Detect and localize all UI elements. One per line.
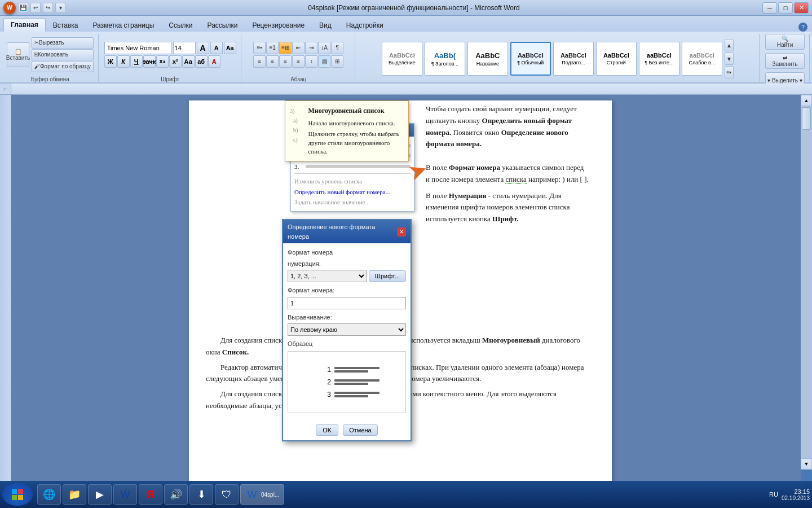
underline-btn[interactable]: Ч — [130, 55, 143, 68]
vertical-scrollbar: ▲ ▼ — [801, 95, 812, 470]
font-group: A A Aa Ж К Ч зачк x₂ x² Аа аб А — [100, 34, 241, 84]
scroll-up-btn[interactable]: ▲ — [801, 95, 812, 106]
numbering-select[interactable]: 1, 2, 3, ... — [288, 270, 367, 282]
taskbar-volume-btn[interactable]: 🔊 — [164, 484, 188, 505]
increase-indent-btn[interactable]: ⇥ — [305, 42, 317, 54]
clear-format-btn[interactable]: Аа — [182, 55, 195, 68]
line-spacing-btn[interactable]: ↕ — [305, 55, 317, 68]
taskbar-security-btn[interactable]: 🛡 — [215, 484, 239, 505]
taskbar-media-btn[interactable]: ▶ — [88, 484, 112, 505]
help-button[interactable]: ? — [798, 23, 807, 32]
preview-row-1: 1 — [314, 365, 379, 375]
justify-btn[interactable]: ≡ — [292, 55, 304, 68]
taskbar-ie-btn[interactable]: 🌐 — [37, 484, 61, 505]
change-case-btn[interactable]: Aa — [224, 42, 236, 54]
font-button[interactable]: Шрифт... — [369, 270, 406, 282]
format-link-set-start[interactable]: Задать начальное значение... — [294, 197, 411, 208]
office-orb-small[interactable]: W — [3, 2, 16, 14]
style-label-title: Название — [476, 61, 499, 67]
font-color-btn[interactable]: А — [208, 55, 220, 68]
numbering-btn[interactable]: ≡1 — [266, 42, 279, 54]
font-size-input[interactable] — [173, 42, 196, 54]
shading-btn[interactable]: ▤ — [318, 55, 330, 68]
bold-btn[interactable]: Ж — [104, 55, 117, 68]
maximize-button[interactable]: □ — [778, 2, 793, 14]
style-card-selection[interactable]: AaBbCcI Выделение — [382, 42, 422, 76]
dialog-body: Формат номера нумерация: 1, 2, 3, ... Шр… — [283, 243, 411, 422]
tab-review[interactable]: Рецензирование — [245, 19, 312, 32]
styles-down-btn[interactable]: ▼ — [725, 52, 734, 65]
copy-button[interactable]: ⎘ Копировать — [32, 49, 94, 60]
tab-mailings[interactable]: Рассылки — [200, 19, 245, 32]
replace-button[interactable]: ⇄ Заменить — [765, 53, 805, 69]
format-num-3: 3. — [294, 162, 306, 172]
dialog-close-button[interactable]: ✕ — [397, 227, 406, 237]
style-card-noformat[interactable]: aaBbCcI ¶ Без инте... — [639, 42, 679, 76]
style-card-strong[interactable]: AaBbCcI Строгий — [596, 42, 637, 76]
grow-font-btn[interactable]: A — [197, 42, 209, 54]
tab-addins[interactable]: Надстройки — [339, 19, 391, 32]
start-button[interactable] — [2, 483, 33, 506]
style-card-subtitle[interactable]: AaBbCcI Подзаго... — [553, 42, 594, 76]
paste-button[interactable]: 📋 Вставить — [7, 42, 29, 67]
dialog-preview: 1 2 — [288, 351, 406, 413]
numbering-row: 1, 2, 3, ... Шрифт... — [288, 270, 406, 282]
styles-up-btn[interactable]: ▲ — [725, 39, 734, 51]
align-left-btn[interactable]: ≡ — [253, 55, 266, 68]
titlebar: W 💾 ↩ ↪ ▾ 04spisok [Режим ограниченной ф… — [0, 0, 812, 16]
taskbar-yandex-btn[interactable]: Я — [139, 484, 162, 505]
find-button[interactable]: 🔍 Найти — [765, 34, 805, 50]
taskbar-explorer-btn[interactable]: 📁 — [63, 484, 86, 505]
multilevel-btn[interactable]: ≡⊞ — [279, 42, 292, 54]
font-name-input[interactable] — [104, 42, 172, 54]
style-card-weak[interactable]: aaBbCcI Слабое в... — [682, 42, 722, 76]
format-painter-button[interactable]: 🖌 Формат по образцу — [32, 61, 94, 72]
shrink-font-btn[interactable]: A — [210, 42, 223, 54]
strikethrough-btn[interactable]: зачк — [143, 55, 156, 68]
minimize-button[interactable]: ─ — [762, 2, 777, 14]
scroll-down-btn[interactable]: ▼ — [801, 458, 812, 470]
scroll-thumb[interactable] — [802, 107, 811, 130]
superscript-btn[interactable]: x² — [169, 55, 182, 68]
style-card-normal[interactable]: AaBbCcI ¶ Обычный — [510, 42, 551, 76]
cut-button[interactable]: ✂ Вырезать — [32, 37, 94, 49]
tab-layout[interactable]: Разметка страницы — [85, 19, 161, 32]
right-text-block: Чтобы создать свой вариант нумерации, сл… — [426, 100, 589, 225]
format-line-3 — [306, 165, 411, 168]
ok-button[interactable]: OK — [316, 424, 338, 436]
cancel-button[interactable]: Отмена — [343, 424, 377, 436]
style-card-title[interactable]: AaBbC Название — [467, 42, 508, 76]
para-controls: ≡• ≡1 ≡⊞ ⇤ ⇥ ↕A ¶ ≡ ≡ ≡ ≡ ↕ ▤ — [253, 42, 343, 68]
quick-redo-btn[interactable]: ↪ — [43, 3, 53, 13]
subscript-btn[interactable]: x₂ — [156, 55, 169, 68]
format-link-define-new[interactable]: Определить новый формат номера... — [294, 187, 411, 198]
close-button[interactable]: ✕ — [794, 2, 809, 14]
highlight-btn[interactable]: аб — [195, 55, 208, 68]
alignment-select[interactable]: По левому краю — [288, 323, 406, 336]
align-center-btn[interactable]: ≡ — [266, 55, 279, 68]
change-styles-btn[interactable]: ≡▾ — [725, 66, 734, 78]
tab-view[interactable]: Вид — [312, 19, 339, 32]
taskbar-active-doc-btn[interactable]: W 04spi... — [240, 484, 284, 505]
preview-line-e — [334, 392, 379, 394]
bullets-btn[interactable]: ≡• — [253, 42, 266, 54]
italic-btn[interactable]: К — [117, 55, 130, 68]
align-right-btn[interactable]: ≡ — [279, 55, 292, 68]
tab-home[interactable]: Главная — [3, 18, 46, 32]
taskbar-word-btn[interactable]: W — [113, 484, 137, 505]
number-format-input[interactable] — [288, 297, 406, 309]
format-link-change-level[interactable]: Изменить уровень списка — [294, 176, 411, 187]
style-card-heading[interactable]: AaBb( ¶ Заголов... — [425, 42, 465, 76]
quick-save-btn[interactable]: 💾 — [18, 3, 28, 13]
show-marks-btn[interactable]: ¶ — [331, 42, 343, 54]
tab-references[interactable]: Ссылки — [161, 19, 200, 32]
taskbar-download-btn[interactable]: ⬇ — [189, 484, 213, 505]
sort-btn[interactable]: ↕A — [318, 42, 330, 54]
decrease-indent-btn[interactable]: ⇤ — [292, 42, 304, 54]
quick-undo-btn[interactable]: ↩ — [30, 3, 41, 13]
ruler-corner[interactable]: ⌐ — [0, 84, 11, 95]
borders-btn[interactable]: ⊞ — [331, 55, 343, 68]
quick-more-btn[interactable]: ▾ — [55, 3, 65, 13]
numbering-label: нумерация: — [288, 259, 406, 269]
tab-insert[interactable]: Вставка — [46, 19, 86, 32]
